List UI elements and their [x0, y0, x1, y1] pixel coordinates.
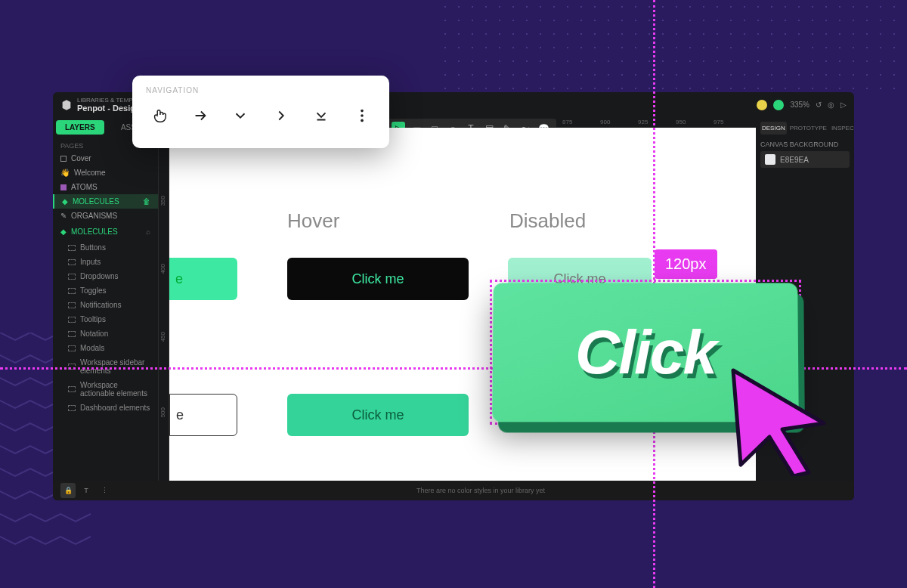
- layer-item[interactable]: Inputs: [53, 255, 158, 269]
- canvas-bg-label: CANVAS BACKGROUND: [760, 141, 850, 148]
- page-item-atoms[interactable]: ATOMS: [53, 180, 158, 194]
- delete-page-icon[interactable]: 🗑: [143, 197, 150, 206]
- play-icon[interactable]: ▷: [840, 101, 847, 109]
- layer-item[interactable]: Modals: [53, 341, 158, 355]
- bottombar-more-icon[interactable]: ⋮: [97, 483, 112, 498]
- decorative-dots: [438, 0, 907, 91]
- color-swatch-icon: [765, 154, 775, 165]
- user-badge-2[interactable]: [773, 100, 784, 110]
- page-item-molecules[interactable]: ◆MOLECULES🗑: [53, 194, 158, 209]
- chevron-down-line-icon[interactable]: [311, 105, 332, 126]
- button-preview-outline-peek[interactable]: e: [169, 394, 237, 436]
- layer-item[interactable]: Notifications: [53, 298, 158, 312]
- navigation-popover: NAVIGATION: [132, 76, 389, 148]
- svg-point-2: [361, 119, 364, 122]
- chevron-down-icon[interactable]: [230, 105, 251, 126]
- layer-item[interactable]: Workspace actionable elements: [53, 378, 158, 401]
- app-logo-icon: [60, 99, 73, 111]
- measurement-badge: 120px: [655, 249, 717, 279]
- button-preview-secondary[interactable]: Click me: [287, 394, 469, 436]
- cursor-icon: [726, 363, 831, 476]
- column-header-disabled: Disabled: [509, 209, 586, 233]
- ruler-vertical: 350 400 450 500: [159, 128, 169, 481]
- column-header-hover: Hover: [287, 209, 339, 233]
- page-label: Cover: [71, 154, 91, 162]
- svg-point-0: [361, 110, 364, 113]
- button-preview-hover[interactable]: Click me: [287, 258, 469, 300]
- bottombar-message: There are no color styles in your librar…: [416, 487, 545, 494]
- layer-item[interactable]: Buttons: [53, 240, 158, 255]
- page-label: MOLECULES: [73, 197, 119, 206]
- layer-item[interactable]: Tooltips: [53, 312, 158, 326]
- page-item-organisms[interactable]: ✎ORGANISMS: [53, 209, 158, 223]
- page-label: ATOMS: [71, 183, 98, 191]
- svg-point-1: [361, 114, 364, 117]
- page-label: ORGANISMS: [71, 212, 117, 220]
- search-layers-icon[interactable]: ⌕: [146, 227, 150, 236]
- layer-item[interactable]: Dashboard elements: [53, 401, 158, 415]
- user-badge-1[interactable]: [757, 100, 767, 110]
- left-sidebar: LAYERS ASSE PAGES Cover 👋Welcome ATOMS ◆…: [53, 117, 159, 481]
- history-icon[interactable]: ↺: [816, 101, 822, 109]
- bottombar-lock-icon[interactable]: 🔒: [60, 483, 76, 498]
- chevron-right-icon[interactable]: [271, 105, 292, 126]
- bottombar-text-icon[interactable]: T: [79, 483, 94, 498]
- tab-prototype[interactable]: PROTOTYPE: [788, 122, 828, 135]
- page-label: Welcome: [74, 169, 106, 177]
- layer-item[interactable]: Notation: [53, 326, 158, 341]
- layer-item[interactable]: Workspace sidebar elements: [53, 355, 158, 378]
- swatch-hex-value: E8E9EA: [780, 156, 809, 164]
- pointer-icon[interactable]: [149, 105, 170, 126]
- layers-root-label[interactable]: ◆MOLECULES⌕: [53, 223, 158, 240]
- zoom-level[interactable]: 335%: [790, 101, 809, 109]
- page-item-cover[interactable]: Cover: [53, 151, 158, 166]
- canvas-bg-swatch[interactable]: E8E9EA: [760, 151, 850, 168]
- tab-inspect[interactable]: INSPECT: [830, 122, 854, 135]
- layer-item[interactable]: Toggles: [53, 283, 158, 298]
- tab-layers[interactable]: LAYERS: [56, 120, 104, 135]
- bottom-bar: 🔒 T ⋮ There are no color styles in your …: [53, 481, 854, 500]
- hero-click-label: Click: [575, 317, 716, 388]
- layer-item[interactable]: Dropdowns: [53, 269, 158, 283]
- popover-title: NAVIGATION: [146, 86, 376, 94]
- button-preview-default-peek[interactable]: e: [169, 258, 237, 300]
- more-vertical-icon[interactable]: [351, 105, 373, 126]
- tab-design[interactable]: DESIGN: [760, 122, 787, 135]
- view-mode-icon[interactable]: ◎: [828, 101, 834, 109]
- page-item-welcome[interactable]: 👋Welcome: [53, 166, 158, 180]
- arrow-right-icon[interactable]: [190, 105, 211, 126]
